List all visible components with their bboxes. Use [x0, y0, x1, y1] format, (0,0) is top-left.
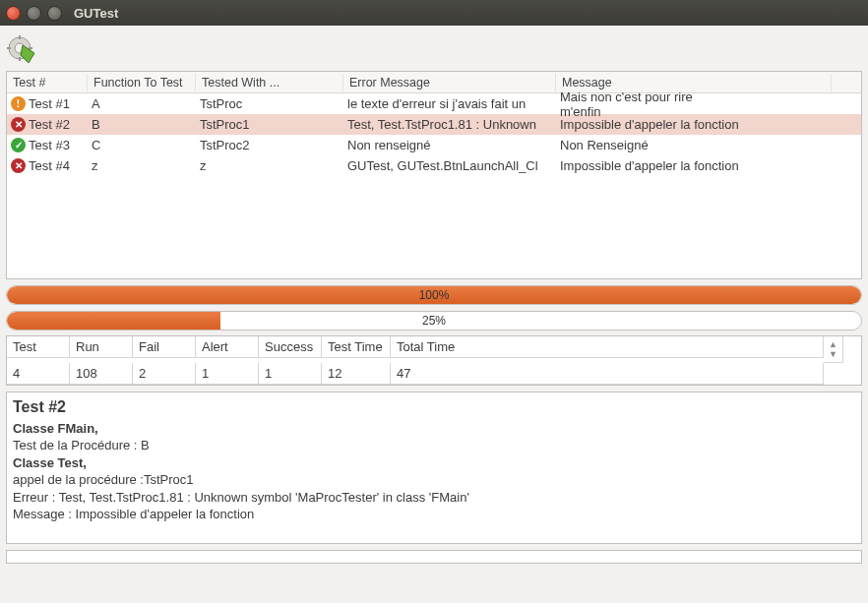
- table-row[interactable]: !Test #1ATstProcle texte d'erreur si j'a…: [7, 93, 861, 114]
- detail-proc-call: appel de la procédure :TstProc1: [13, 471, 855, 489]
- sum-val-totaltime: 47: [391, 363, 824, 385]
- table-row[interactable]: ✕Test #2BTstProc1Test, Test.TstProc1.81 …: [7, 114, 861, 135]
- progress-pass: 25%: [6, 311, 862, 331]
- status-ok-icon: ✓: [11, 138, 26, 152]
- progress-overall-label: 100%: [7, 286, 861, 304]
- sum-col-testtime: Test Time: [322, 336, 391, 358]
- cell-tested-with: z: [196, 156, 343, 175]
- table-row[interactable]: ✓Test #3CTstProc2Non renseignéNon Rensei…: [7, 135, 861, 155]
- col-test-num[interactable]: Test #: [7, 74, 88, 91]
- detail-class-test: Classe Test,: [13, 454, 855, 472]
- window-title: GUTest: [74, 6, 118, 21]
- detail-proc-test: Test de la Procédure : B: [13, 437, 855, 454]
- detail-class-main: Classe FMain,: [13, 420, 855, 438]
- detail-panel: Test #2 Classe FMain, Test de la Procédu…: [6, 392, 862, 544]
- cell-test-id: Test #1: [29, 96, 70, 111]
- status-warn-icon: !: [11, 96, 26, 111]
- maximize-icon[interactable]: [47, 6, 62, 21]
- col-tested-with[interactable]: Tested With ...: [196, 74, 343, 91]
- summary-table: Test Run Fail Alert Success Test Time To…: [6, 335, 862, 386]
- cell-message: Impossible d'appeler la fonction: [556, 115, 832, 134]
- results-table[interactable]: Test # Function To Test Tested With ... …: [6, 71, 862, 279]
- toolbar: [6, 31, 862, 71]
- col-error[interactable]: Error Message: [343, 74, 556, 91]
- cell-message: Non Renseigné: [556, 136, 832, 154]
- cell-tested-with: TstProc1: [196, 115, 343, 134]
- svg-rect-3: [7, 47, 11, 49]
- sum-val-run: 108: [70, 363, 133, 385]
- col-function[interactable]: Function To Test: [88, 74, 196, 91]
- sum-val-testtime: 12: [322, 363, 391, 385]
- close-icon[interactable]: [6, 6, 21, 21]
- sum-col-run: Run: [70, 336, 133, 358]
- cell-function: C: [88, 136, 196, 154]
- sum-col-fail: Fail: [133, 336, 196, 358]
- sum-val-alert: 1: [196, 363, 259, 385]
- sum-val-test: 4: [7, 363, 70, 385]
- cell-test-id: Test #2: [29, 117, 70, 132]
- cell-test-id: Test #4: [29, 158, 70, 173]
- sum-val-success: 1: [259, 363, 322, 385]
- cell-tested-with: TstProc: [196, 94, 343, 113]
- cell-tested-with: TstProc2: [196, 136, 343, 154]
- detail-error: Erreur : Test, Test.TstProc1.81 : Unknow…: [13, 489, 855, 507]
- cell-error: Non renseigné: [343, 136, 556, 154]
- detail-title: Test #2: [13, 396, 855, 418]
- detail-message: Message : Impossible d'appeler la foncti…: [13, 506, 855, 523]
- status-error-icon: ✕: [11, 117, 26, 132]
- sum-col-alert: Alert: [196, 336, 259, 358]
- window-body: Test # Function To Test Tested With ... …: [0, 26, 868, 570]
- cell-function: z: [88, 156, 196, 175]
- cell-message: Impossible d'appeler la fonction: [556, 156, 832, 175]
- cell-function: A: [88, 94, 196, 113]
- sum-col-totaltime: Total Time: [391, 336, 824, 358]
- cell-error: GUTest, GUTest.BtnLaunchAll_Cl: [343, 156, 556, 175]
- svg-rect-1: [19, 35, 21, 39]
- cell-error: le texte d'erreur si j'avais fait un: [343, 94, 556, 113]
- progress-pass-label: 25%: [7, 312, 861, 330]
- status-error-icon: ✕: [11, 158, 26, 173]
- cell-function: B: [88, 115, 196, 134]
- sum-col-test: Test: [7, 336, 70, 358]
- svg-rect-2: [19, 57, 21, 61]
- summary-scrollbar[interactable]: ▲▼: [824, 336, 843, 363]
- cell-error: Test, Test.TstProc1.81 : Unknown: [343, 115, 556, 134]
- sum-col-success: Success: [259, 336, 322, 358]
- titlebar: GUTest: [0, 0, 868, 26]
- minimize-icon[interactable]: [27, 6, 41, 21]
- progress-overall: 100%: [6, 285, 862, 305]
- table-row[interactable]: ✕Test #4zzGUTest, GUTest.BtnLaunchAll_Cl…: [7, 155, 861, 176]
- cell-test-id: Test #3: [29, 138, 70, 152]
- run-tests-button[interactable]: [6, 34, 39, 68]
- svg-rect-4: [29, 47, 32, 49]
- sum-val-fail: 2: [133, 363, 196, 385]
- footer-bar: [6, 550, 862, 564]
